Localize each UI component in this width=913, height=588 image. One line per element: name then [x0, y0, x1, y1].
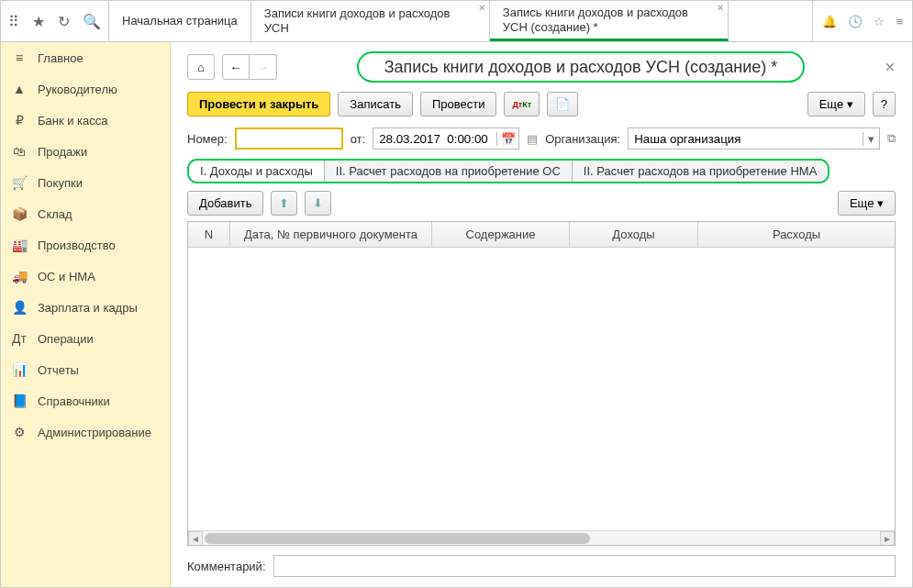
nav-icon: 🛒	[12, 175, 27, 190]
nav-label: Операции	[38, 332, 94, 346]
nav-icon: 📦	[12, 206, 27, 221]
sidebar-item[interactable]: ≡Главное	[1, 42, 170, 73]
sidebar: ≡Главное▲Руководителю₽Банк и касса🛍Прода…	[1, 42, 171, 588]
calendar-icon[interactable]: 📅	[496, 132, 518, 146]
sidebar-item[interactable]: ▲Руководителю	[1, 73, 170, 105]
subtabs: I. Доходы и расходыII. Расчет расходов н…	[187, 159, 829, 183]
subtab[interactable]: I. Доходы и расходы	[189, 161, 325, 182]
debit-credit-button[interactable]: ДтКт	[504, 92, 540, 116]
date-input[interactable]	[373, 128, 496, 149]
org-dropdown-icon[interactable]: ▾	[863, 132, 879, 146]
fields-row: Номер: от: 📅 ▤ Организация: ▾ ⧉	[187, 128, 896, 150]
table-column-header[interactable]: Содержание	[432, 222, 570, 247]
list-view-icon[interactable]: ▤	[527, 132, 538, 146]
sidebar-item[interactable]: 👤Зарплата и кадры	[1, 292, 170, 323]
tab-close-icon[interactable]: ✕	[478, 3, 485, 14]
nav-icon: ≡	[12, 50, 27, 65]
top-tab[interactable]: Запись книги доходов и расходов УСН (соз…	[490, 1, 729, 41]
scroll-left-icon[interactable]: ◄	[188, 531, 203, 546]
table-column-header[interactable]: Доходы	[570, 222, 698, 247]
sidebar-item[interactable]: 🚚ОС и НМА	[1, 261, 170, 292]
back-button[interactable]: ←	[222, 54, 250, 80]
toolbar-icons: ⠿ ★ ↻ 🔍	[1, 1, 109, 41]
star-outline-icon[interactable]: ☆	[874, 15, 885, 28]
post-and-close-button[interactable]: Провести и закрыть	[187, 92, 330, 116]
subtab[interactable]: II. Расчет расходов на приобретение НМА	[573, 161, 828, 182]
action-toolbar: Провести и закрыть Записать Провести ДтК…	[187, 92, 896, 116]
nav-icon: 👤	[12, 300, 27, 315]
table-toolbar: Добавить ⬆ ⬇ Еще ▾	[187, 191, 896, 216]
home-button[interactable]: ⌂	[187, 54, 215, 80]
move-down-button[interactable]: ⬇	[305, 191, 331, 216]
top-toolbar: ⠿ ★ ↻ 🔍 Начальная страницаЗаписи книги д…	[1, 1, 912, 42]
sidebar-item[interactable]: 📘Справочники	[1, 385, 170, 416]
nav-label: Производство	[38, 239, 116, 252]
star-icon[interactable]: ★	[32, 13, 45, 30]
content-area: ⌂ ← → Запись книги доходов и расходов УС…	[171, 42, 912, 588]
top-tabs: Начальная страницаЗаписи книги доходов и…	[109, 1, 812, 41]
help-button[interactable]: ?	[873, 92, 896, 116]
save-button[interactable]: Записать	[338, 92, 413, 116]
nav-label: Администрирование	[38, 426, 151, 439]
nav-label: ОС и НМА	[38, 270, 95, 283]
nav-icon: 🚚	[12, 269, 27, 283]
table-more-button[interactable]: Еще ▾	[838, 191, 896, 216]
top-tab[interactable]: Начальная страница	[109, 1, 251, 41]
scroll-right-icon[interactable]: ►	[880, 531, 895, 546]
sidebar-item[interactable]: 🏭Производство	[1, 229, 170, 261]
top-tab[interactable]: Записи книги доходов и расходов УСН✕	[251, 1, 490, 41]
nav-icon: ₽	[12, 113, 27, 128]
nav-label: Банк и касса	[38, 114, 108, 128]
post-button[interactable]: Провести	[420, 92, 497, 116]
sidebar-item[interactable]: 🛒Покупки	[1, 167, 170, 198]
data-table: NДата, № первичного документаСодержаниеД…	[187, 221, 896, 546]
table-column-header[interactable]: Расходы	[698, 222, 895, 247]
org-input[interactable]	[629, 128, 863, 149]
table-body[interactable]	[188, 248, 895, 530]
subtabs-wrap: I. Доходы и расходыII. Расчет расходов н…	[187, 159, 896, 183]
nav-icon: 📘	[12, 394, 27, 408]
forward-button[interactable]: →	[250, 54, 277, 80]
from-label: от:	[351, 132, 366, 146]
table-column-header[interactable]: Дата, № первичного документа	[230, 222, 432, 247]
sidebar-item[interactable]: ДтОперации	[1, 323, 170, 354]
add-button[interactable]: Добавить	[187, 191, 263, 216]
comment-label: Комментарий:	[187, 560, 266, 573]
subtab[interactable]: II. Расчет расходов на приобретение ОС	[325, 161, 573, 182]
tab-close-icon[interactable]: ✕	[717, 3, 724, 14]
move-up-button[interactable]: ⬆	[271, 191, 297, 216]
menu-icon[interactable]: ≡	[896, 15, 903, 28]
table-column-header[interactable]: N	[188, 222, 230, 247]
nav-label: Покупки	[38, 176, 83, 190]
sidebar-item[interactable]: ₽Банк и касса	[1, 105, 170, 136]
comment-input[interactable]	[273, 555, 896, 577]
nav-label: Руководителю	[38, 83, 117, 96]
document-button[interactable]: 📄	[547, 92, 578, 116]
sidebar-item[interactable]: 🛍Продажи	[1, 136, 170, 167]
org-label: Организация:	[545, 132, 620, 146]
sidebar-item[interactable]: ⚙Администрирование	[1, 416, 170, 448]
number-label: Номер:	[187, 132, 228, 146]
bell-icon[interactable]: 🔔	[822, 15, 837, 28]
number-input[interactable]	[235, 128, 343, 150]
nav-label: Зарплата и кадры	[38, 301, 138, 315]
apps-icon[interactable]: ⠿	[8, 13, 19, 30]
org-detail-icon[interactable]: ⧉	[887, 131, 896, 146]
horizontal-scrollbar[interactable]: ◄ ►	[188, 530, 895, 545]
nav-label: Главное	[38, 51, 84, 65]
nav-icon: 🛍	[12, 144, 27, 159]
title-row: ⌂ ← → Запись книги доходов и расходов УС…	[187, 54, 896, 80]
close-icon[interactable]: ✕	[885, 60, 896, 74]
more-button[interactable]: Еще ▾	[807, 92, 865, 116]
history-icon[interactable]: ↻	[58, 13, 70, 30]
nav-icon: 🏭	[12, 238, 27, 252]
search-icon[interactable]: 🔍	[83, 13, 101, 30]
nav-label: Справочники	[38, 394, 110, 408]
sidebar-item[interactable]: 📊Отчеты	[1, 354, 170, 385]
nav-icon: Дт	[12, 331, 27, 346]
scroll-thumb[interactable]	[205, 533, 590, 544]
nav-icon: ⚙	[12, 425, 27, 439]
clock-icon[interactable]: 🕓	[848, 15, 863, 28]
sidebar-item[interactable]: 📦Склад	[1, 198, 170, 229]
page-title: Запись книги доходов и расходов УСН (соз…	[357, 51, 806, 83]
